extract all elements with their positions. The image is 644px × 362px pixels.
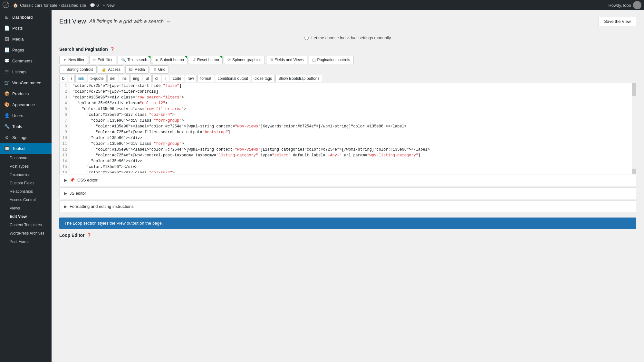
sidebar-label-pages: Pages: [12, 48, 24, 52]
pagination-controls-icon: ◫: [312, 58, 316, 62]
comments-count[interactable]: 💬 0: [90, 3, 99, 8]
access-icon: 🔒: [101, 67, 106, 72]
appearance-icon: 🎨: [4, 102, 10, 107]
css-editor-label: CSS editor: [77, 178, 98, 182]
format-btn-i[interactable]: i: [68, 75, 75, 82]
format-btn-ins[interactable]: ins: [119, 75, 130, 82]
format-btn-close-tags[interactable]: close tags: [252, 75, 275, 82]
sidebar-item-listings[interactable]: ☰Listings: [0, 66, 52, 77]
submenu-item-post-types[interactable]: Post Types: [0, 162, 52, 171]
page-title: Edit View: [59, 18, 86, 25]
code-line-15: 15 "color:#135e96"></div>: [60, 164, 632, 170]
code-line-3: 3"color:#135e96"><div class="row search-…: [60, 95, 632, 100]
format-btn-code[interactable]: code: [170, 75, 184, 82]
submenu-item-relationships[interactable]: Relationships: [0, 187, 52, 196]
edit-title-icon[interactable]: ✏: [167, 19, 171, 24]
code-line-7: 7 "color:#135e96"><div class="form-group…: [60, 118, 632, 124]
submit-button-icon: ▶: [156, 58, 159, 62]
sidebar-item-woocommerce[interactable]: 🛒WooCommerce: [0, 77, 52, 88]
manual-settings-label[interactable]: Let me choose individual settings manual…: [311, 35, 391, 40]
js-editor-header[interactable]: ▶JS editor: [60, 188, 636, 199]
format-btn-del[interactable]: del: [107, 75, 118, 82]
code-line-12: 12 "color:#135e96"><label>"color:#c7254e…: [60, 147, 632, 153]
users-icon: 👤: [4, 113, 10, 118]
submenu-item-views[interactable]: Views: [0, 204, 52, 212]
grid-button[interactable]: ⊟Grid: [150, 65, 169, 74]
comments-icon: 💬: [90, 3, 95, 8]
sidebar-item-dashboard[interactable]: ⊞Dashboard: [0, 12, 52, 23]
media-button[interactable]: 🖼Media: [125, 65, 149, 74]
format-btn-conditional-output[interactable]: conditional output: [215, 75, 251, 82]
format-btn-img[interactable]: img: [130, 75, 142, 82]
format-btn-format[interactable]: format: [197, 75, 214, 82]
save-view-button[interactable]: Save the View: [599, 17, 636, 26]
sidebar-item-toolset[interactable]: 🔲Toolset: [0, 143, 52, 154]
woocommerce-icon: 🛒: [4, 80, 10, 86]
text-search-corner-mark: [148, 56, 150, 59]
submenu-item-wordpress-archives[interactable]: WordPress Archives: [0, 229, 52, 237]
sidebar-item-pages[interactable]: 📃Pages: [0, 44, 52, 55]
access-button[interactable]: 🔒Access: [98, 65, 124, 74]
sidebar-item-posts[interactable]: 📄Posts: [0, 23, 52, 33]
search-section-help-icon[interactable]: ❓: [110, 47, 115, 51]
edit-filter-button[interactable]: ✏Edit filter: [89, 56, 116, 64]
pin-icon-css-editor: 📌: [70, 178, 75, 182]
new-item-button[interactable]: + New: [102, 3, 115, 8]
wp-logo[interactable]: [3, 2, 9, 9]
submenu-item-taxonomies[interactable]: Taxonomies: [0, 171, 52, 179]
user-avatar[interactable]: [633, 1, 641, 9]
format-btn-raw[interactable]: raw: [185, 75, 197, 82]
toolbar-row-2: ↕Sorting controls🔒Access🖼Media⊟Grid: [59, 65, 636, 74]
submit-button-button[interactable]: ▶Submit button: [152, 56, 187, 64]
sidebar-label-media: Media: [12, 37, 24, 42]
code-line-8: 8 "color:#135e96"><label>"color:#c7254e"…: [60, 124, 632, 129]
format-btn-li[interactable]: li: [162, 75, 169, 82]
sorting-controls-icon: ↕: [63, 67, 65, 72]
collapsible-formatting-instructions: ▶Formatting and editing instructions: [59, 200, 636, 212]
format-btn-show-bootstrap-buttons[interactable]: Show Bootstrap buttons: [275, 75, 322, 82]
submenu-item-ts-dashboard[interactable]: Dashboard: [0, 154, 52, 162]
collapsible-css-editor: ▶📌CSS editor: [59, 174, 636, 186]
formatting-instructions-label: Formatting and editing instructions: [70, 204, 134, 209]
main-content: Edit View All listings in a grid with a …: [52, 10, 644, 362]
site-name[interactable]: 🏠 Classic cars for sale - classified sit…: [13, 3, 86, 8]
sorting-controls-button[interactable]: ↕Sorting controls: [59, 65, 97, 74]
sidebar-item-users[interactable]: 👤Users: [0, 110, 52, 121]
format-btn-ul[interactable]: ul: [143, 75, 151, 82]
reset-button-icon: ↺: [192, 58, 196, 62]
css-editor-header[interactable]: ▶📌CSS editor: [60, 174, 636, 186]
submenu-item-custom-fields[interactable]: Custom Fields: [0, 179, 52, 187]
formatting-instructions-header[interactable]: ▶Formatting and editing instructions: [60, 201, 636, 212]
new-filter-button[interactable]: ▼New filter: [59, 56, 88, 64]
code-line-10: 10 "color:#135e96"></div>: [60, 135, 632, 141]
spinner-graphics-button[interactable]: ⟳Spinner graphics: [224, 56, 265, 64]
format-btn-b[interactable]: b: [59, 75, 67, 82]
format-btn-ol[interactable]: ol: [152, 75, 161, 82]
pagination-controls-button[interactable]: ◫Pagination controls: [309, 56, 354, 64]
code-scrollbar-bottom[interactable]: [632, 169, 636, 174]
submenu-item-content-templates[interactable]: Content Templates: [0, 221, 52, 229]
sidebar-label-tools: Tools: [12, 124, 22, 129]
sidebar-item-appearance[interactable]: 🎨Appearance: [0, 99, 52, 110]
format-btn-b-quote[interactable]: b-quote: [88, 75, 107, 82]
code-editor[interactable]: 1"color:#c7254e">[wpv-filter-start hide=…: [60, 83, 632, 173]
text-search-button[interactable]: 🔍Text search: [118, 56, 151, 64]
sidebar-item-comments[interactable]: 💬Comments: [0, 55, 52, 66]
format-btn-link[interactable]: link: [75, 75, 87, 82]
howdy-label: Howdy, lobo: [608, 3, 631, 8]
sidebar-item-settings[interactable]: ⚙Settings: [0, 132, 52, 143]
code-line-2: 2"color:#c7254e">[wpv-filter-controls]: [60, 89, 632, 95]
loop-editor-help-icon[interactable]: ❓: [87, 233, 91, 237]
submenu-item-edit-view[interactable]: Edit View: [0, 212, 52, 221]
fields-and-views-button[interactable]: ⊞Fields and Views: [266, 56, 307, 64]
reset-button-button[interactable]: ↺Reset button: [189, 56, 223, 64]
code-scrollbar-thumb[interactable]: [632, 83, 636, 96]
admin-bar: 🏠 Classic cars for sale - classified sit…: [0, 0, 644, 10]
submenu-item-post-forms[interactable]: Post Forms: [0, 237, 52, 246]
sidebar-item-tools[interactable]: 🔧Tools: [0, 121, 52, 132]
submenu-item-access-control[interactable]: Access Control: [0, 196, 52, 204]
sidebar-item-products[interactable]: 📦Products: [0, 88, 52, 99]
manual-settings-radio[interactable]: [304, 36, 309, 40]
sidebar-item-media[interactable]: 🖼Media: [0, 33, 52, 44]
tools-icon: 🔧: [4, 124, 10, 129]
